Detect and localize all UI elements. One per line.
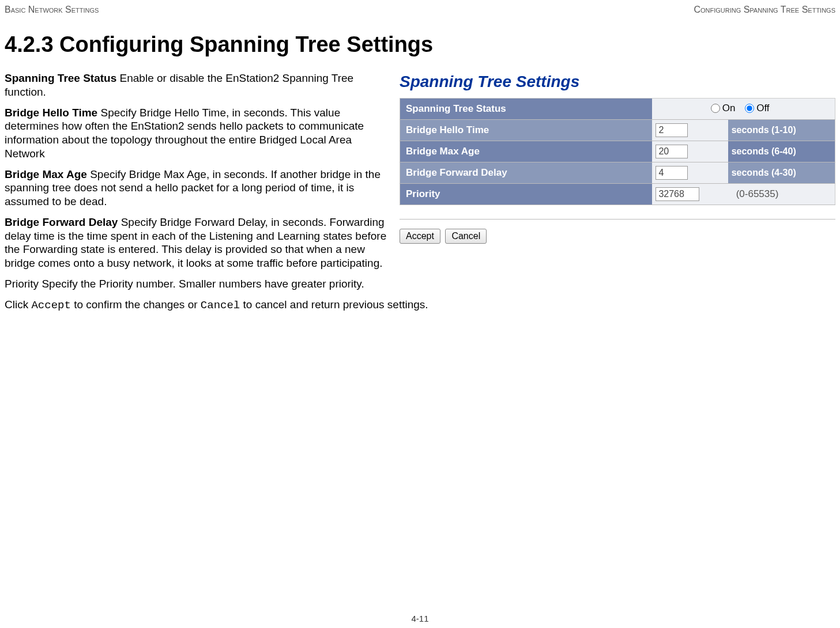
header-left: Basic Network Settings	[5, 5, 99, 15]
value-maxage	[652, 141, 728, 162]
divider	[400, 219, 835, 220]
term-bridge-forward-delay: Bridge Forward Delay	[5, 216, 118, 228]
radio-on-label: On	[722, 103, 736, 114]
input-maxage[interactable]	[656, 145, 688, 158]
settings-table: Spanning Tree Status On Off Bridge Hello…	[400, 98, 835, 205]
radio-off[interactable]	[745, 104, 754, 113]
para-spanning-tree-status: Spanning Tree Status Enable or disable t…	[5, 71, 388, 99]
value-hello	[652, 120, 728, 141]
row-maxage: Bridge Max Age seconds (6-40)	[400, 141, 835, 162]
input-fwd[interactable]	[656, 166, 688, 180]
p6-pre: Click	[5, 298, 31, 311]
radio-on[interactable]	[711, 104, 720, 113]
label-priority: Priority	[400, 184, 653, 205]
value-status: On Off	[652, 99, 835, 120]
p6-post: to cancel and return previous settings.	[240, 298, 428, 311]
page-header: Basic Network Settings Configuring Spann…	[5, 5, 835, 15]
cancel-button[interactable]: Cancel	[445, 229, 487, 244]
row-hello: Bridge Hello Time seconds (1-10)	[400, 120, 835, 141]
para-bridge-forward-delay: Bridge Forward Delay Specify Bridge Forw…	[5, 215, 388, 270]
para-priority: Priority Specify the Priority number. Sm…	[5, 277, 835, 291]
row-fwd: Bridge Forward Delay seconds (4-30)	[400, 162, 835, 184]
value-fwd	[652, 162, 728, 184]
radio-off-wrap[interactable]: Off	[745, 103, 769, 114]
range-priority: (0-65535)	[728, 184, 835, 205]
para-click-accept: Click Accept to confirm the changes or C…	[5, 298, 835, 313]
term-priority: Priority	[5, 278, 39, 290]
settings-panel: Spanning Tree Settings Spanning Tree Sta…	[400, 71, 835, 277]
input-priority[interactable]	[656, 187, 699, 201]
panel-title: Spanning Tree Settings	[400, 73, 835, 91]
term-spanning-tree-status: Spanning Tree Status	[5, 72, 116, 84]
page-footer: 4-11	[0, 614, 840, 623]
input-hello[interactable]	[656, 123, 688, 137]
term-bridge-max-age: Bridge Max Age	[5, 168, 87, 180]
accept-button[interactable]: Accept	[400, 229, 440, 244]
p6-accept: Accept	[31, 299, 70, 312]
header-right: Configuring Spanning Tree Settings	[694, 5, 835, 15]
description-column: Spanning Tree Status Enable or disable t…	[5, 71, 388, 277]
para-bridge-max-age: Bridge Max Age Specify Bridge Max Age, i…	[5, 168, 388, 209]
body-priority: Specify the Priority number. Smaller num…	[39, 278, 364, 290]
para-bridge-hello-time: Bridge Hello Time Specify Bridge Hello T…	[5, 106, 388, 161]
row-priority: Priority (0-65535)	[400, 184, 835, 205]
section-heading: 4.2.3 Configuring Spanning Tree Settings	[5, 32, 835, 57]
label-hello: Bridge Hello Time	[400, 120, 653, 141]
label-status: Spanning Tree Status	[400, 99, 653, 120]
label-fwd: Bridge Forward Delay	[400, 162, 653, 184]
unit-maxage: seconds (6-40)	[728, 141, 835, 162]
term-bridge-hello-time: Bridge Hello Time	[5, 107, 97, 119]
p6-mid: to confirm the changes or	[71, 298, 201, 311]
unit-hello: seconds (1-10)	[728, 120, 835, 141]
label-maxage: Bridge Max Age	[400, 141, 653, 162]
unit-fwd: seconds (4-30)	[728, 162, 835, 184]
value-priority	[652, 184, 728, 205]
radio-on-wrap[interactable]: On	[711, 103, 736, 114]
p6-cancel: Cancel	[201, 299, 240, 312]
radio-off-label: Off	[756, 103, 769, 114]
row-status: Spanning Tree Status On Off	[400, 99, 835, 120]
